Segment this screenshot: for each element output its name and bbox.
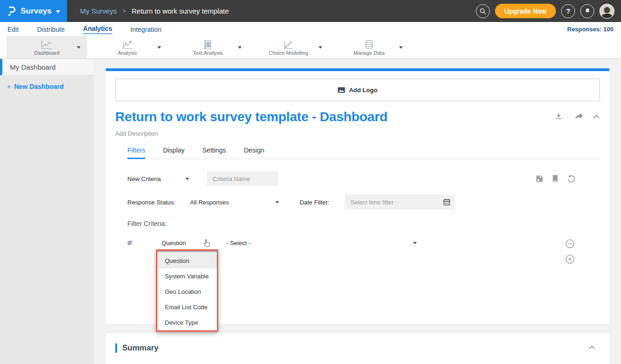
- response-status-label: Response Status:: [127, 199, 176, 206]
- bell-icon: [584, 7, 591, 15]
- breadcrumb: My Surveys > Return to work survey templ…: [67, 0, 476, 22]
- search-button[interactable]: [476, 4, 490, 18]
- notifications-button[interactable]: [580, 4, 594, 18]
- field-type-value: Question: [162, 240, 186, 247]
- field-value-select[interactable]: - Select -: [226, 240, 417, 247]
- new-dashboard-label: New Dashboard: [14, 83, 64, 90]
- date-filter-label: Date Filter:: [300, 199, 330, 206]
- chevron-up-icon: [589, 345, 595, 349]
- response-status-value: All Responses: [190, 199, 229, 206]
- tab-design[interactable]: Design: [244, 146, 265, 159]
- chevron-down-icon[interactable]: [157, 46, 161, 49]
- collapse-card-button[interactable]: [593, 115, 600, 119]
- tool-label: Analysis: [118, 50, 137, 56]
- sidebar-item-my-dashboard[interactable]: My Dashboard: [0, 59, 94, 75]
- choice-modelling-icon: [283, 40, 294, 50]
- download-button[interactable]: [555, 112, 565, 121]
- dashboard-title[interactable]: Return to work survey template - Dashboa…: [115, 109, 387, 124]
- summary-title: Summary: [122, 343, 158, 353]
- save-criteria-button[interactable]: [535, 175, 544, 183]
- chevron-up-icon: [593, 115, 600, 119]
- top-header-bar: Surveys My Surveys > Return to work surv…: [0, 0, 621, 22]
- filter-criteria-heading: Filter Criteria:: [127, 220, 588, 227]
- download-icon: [555, 112, 565, 121]
- add-logo-label: Add Logo: [349, 87, 377, 94]
- upgrade-now-button[interactable]: Upgrade Now: [495, 4, 556, 18]
- help-icon: ?: [566, 7, 570, 15]
- tool-text-analysis[interactable]: Text Analysis: [168, 36, 248, 58]
- chevron-down-icon: [275, 201, 279, 204]
- menu-option-question[interactable]: Question: [157, 253, 217, 269]
- sidebar-item-label: My Dashboard: [10, 63, 56, 71]
- analysis-chart-icon: [121, 40, 134, 50]
- menu-option-email-list-code[interactable]: Email List Code: [157, 299, 217, 315]
- chevron-up-icon: [205, 242, 208, 244]
- chevron-down-icon[interactable]: [399, 46, 403, 49]
- bookmark-icon: [552, 175, 559, 183]
- menu-option-geo-location[interactable]: Geo Location: [157, 284, 217, 299]
- date-filter-input[interactable]: [345, 195, 455, 210]
- collapse-summary-button[interactable]: [589, 345, 595, 349]
- chevron-down-icon[interactable]: [318, 46, 322, 49]
- new-dashboard-button[interactable]: + New Dashboard: [0, 75, 94, 90]
- tool-label: Manage Data: [354, 50, 384, 56]
- criteria-type-value: New Criteria: [127, 175, 161, 182]
- tool-label: Dashboard: [34, 50, 59, 56]
- summary-accent-bar: [115, 343, 117, 353]
- tool-label: Choice Modelling: [269, 50, 308, 56]
- criteria-name-input[interactable]: [207, 171, 278, 186]
- nav-edit[interactable]: Edit: [7, 25, 19, 33]
- bookmark-criteria-button[interactable]: [552, 175, 559, 183]
- tool-manage-data[interactable]: Manage Data: [329, 36, 409, 58]
- breadcrumb-current-survey: Return to work survey template: [132, 7, 229, 15]
- add-description-field[interactable]: Add Description: [115, 130, 600, 137]
- nav-distribute[interactable]: Distribute: [37, 25, 65, 33]
- chevron-down-icon[interactable]: [77, 46, 81, 49]
- tool-label: Text Analysis: [193, 50, 223, 56]
- add-logo-dropzone[interactable]: Add Logo: [115, 79, 600, 101]
- tab-filters[interactable]: Filters: [127, 146, 145, 159]
- tool-choice-modelling[interactable]: Choice Modelling: [248, 36, 329, 58]
- field-type-select[interactable]: Question: [162, 240, 208, 247]
- if-label: IF: [127, 240, 162, 247]
- tool-analysis[interactable]: Analysis: [87, 36, 168, 58]
- summary-card: Summary: [106, 333, 609, 364]
- remove-criteria-button[interactable]: [565, 239, 575, 248]
- add-criteria-button[interactable]: [565, 255, 575, 264]
- product-label: Surveys: [21, 7, 52, 16]
- menu-option-device-type[interactable]: Device Type: [157, 315, 217, 330]
- dashboard-main: Add Logo Return to work survey template …: [94, 59, 621, 364]
- database-icon: [364, 40, 374, 50]
- dashboard-chart-icon: [40, 40, 53, 50]
- responses-count[interactable]: Responses: 100: [567, 26, 614, 33]
- save-icon: [535, 175, 544, 183]
- breadcrumb-separator: >: [122, 7, 126, 15]
- settings-tabs: Filters Display Settings Design: [127, 146, 600, 159]
- chevron-down-icon[interactable]: [238, 46, 242, 49]
- product-menu[interactable]: Surveys: [0, 0, 67, 22]
- user-avatar[interactable]: [599, 4, 614, 19]
- tool-dashboard[interactable]: Dashboard: [7, 36, 87, 58]
- plus-icon: +: [7, 83, 11, 90]
- help-button[interactable]: ?: [561, 4, 575, 18]
- tab-display[interactable]: Display: [163, 146, 185, 159]
- share-button[interactable]: [574, 113, 584, 120]
- header-actions: Upgrade Now ?: [476, 0, 621, 22]
- field-type-dropdown-menu: Question System Variable Geo Location Em…: [156, 249, 218, 332]
- reset-criteria-button[interactable]: [567, 175, 576, 183]
- chevron-down-icon: [185, 178, 189, 180]
- nav-analytics[interactable]: Analytics: [83, 24, 112, 34]
- breadcrumb-my-surveys[interactable]: My Surveys: [80, 7, 117, 15]
- reset-icon: [567, 175, 576, 183]
- plus-circle-icon: [565, 255, 575, 264]
- tab-settings[interactable]: Settings: [202, 146, 226, 159]
- response-status-select[interactable]: All Responses: [190, 199, 279, 206]
- nav-integration[interactable]: Integration: [131, 25, 162, 33]
- brand-logo-icon: [7, 5, 16, 17]
- dashboard-sidebar: My Dashboard + New Dashboard: [0, 59, 94, 364]
- criteria-type-select[interactable]: New Criteria: [127, 175, 189, 182]
- menu-option-system-variable[interactable]: System Variable: [157, 269, 217, 284]
- dashboard-settings-card: Add Logo Return to work survey template …: [106, 68, 609, 324]
- field-value-placeholder: - Select -: [226, 240, 251, 247]
- search-icon: [479, 7, 487, 15]
